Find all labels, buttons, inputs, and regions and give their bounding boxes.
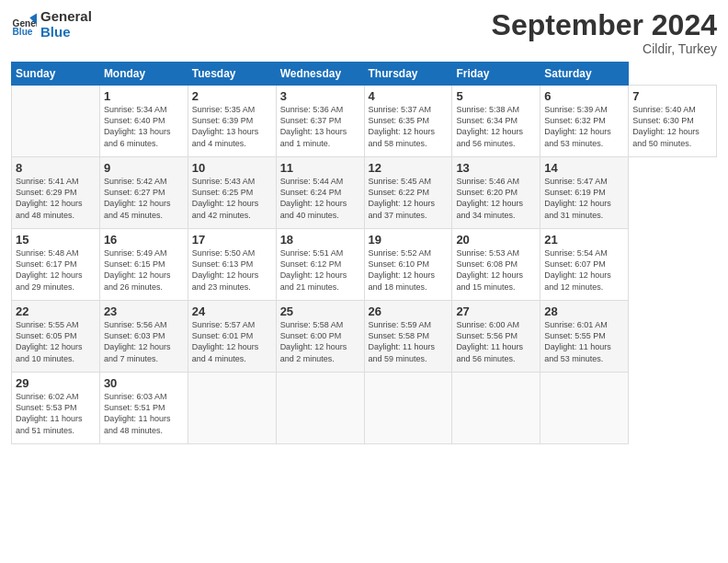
calendar-cell: 21Sunrise: 5:54 AM Sunset: 6:07 PM Dayli… — [540, 229, 629, 301]
day-number: 12 — [369, 161, 449, 175]
day-info: Sunrise: 5:41 AM Sunset: 6:29 PM Dayligh… — [16, 176, 96, 221]
calendar-cell — [540, 373, 629, 444]
calendar-cell: 1Sunrise: 5:34 AM Sunset: 6:40 PM Daylig… — [99, 86, 188, 157]
day-number: 24 — [192, 304, 272, 318]
day-number: 16 — [104, 233, 184, 247]
day-number: 18 — [280, 233, 360, 247]
calendar-cell: 10Sunrise: 5:43 AM Sunset: 6:25 PM Dayli… — [188, 157, 276, 229]
day-info: Sunrise: 5:42 AM Sunset: 6:27 PM Dayligh… — [104, 176, 184, 221]
day-info: Sunrise: 5:46 AM Sunset: 6:20 PM Dayligh… — [456, 176, 536, 221]
header-wednesday: Wednesday — [276, 63, 364, 86]
header-saturday: Saturday — [540, 63, 629, 86]
month-title: September 2024 — [492, 9, 717, 41]
day-info: Sunrise: 5:54 AM Sunset: 6:07 PM Dayligh… — [544, 247, 624, 293]
logo-blue: Blue — [40, 25, 92, 40]
day-number: 13 — [456, 161, 536, 175]
day-info: Sunrise: 5:49 AM Sunset: 6:15 PM Dayligh… — [104, 247, 184, 293]
day-info: Sunrise: 5:56 AM Sunset: 6:03 PM Dayligh… — [104, 319, 184, 364]
day-number: 1 — [104, 89, 184, 103]
header-thursday: Thursday — [364, 63, 452, 86]
day-info: Sunrise: 5:50 AM Sunset: 6:13 PM Dayligh… — [192, 247, 272, 293]
day-number: 8 — [16, 161, 96, 175]
calendar-week-4: 22Sunrise: 5:55 AM Sunset: 6:05 PM Dayli… — [12, 301, 717, 373]
day-info: Sunrise: 5:43 AM Sunset: 6:25 PM Dayligh… — [192, 176, 272, 221]
header-friday: Friday — [452, 63, 540, 86]
day-number: 17 — [192, 233, 272, 247]
location-subtitle: Cildir, Turkey — [492, 41, 717, 56]
calendar-cell — [364, 373, 452, 444]
calendar-cell: 19Sunrise: 5:52 AM Sunset: 6:10 PM Dayli… — [364, 229, 452, 301]
day-number: 5 — [456, 89, 536, 103]
calendar-cell: 27Sunrise: 6:00 AM Sunset: 5:56 PM Dayli… — [452, 301, 540, 373]
header-row: General Blue General Blue September 2024… — [11, 9, 717, 56]
calendar-cell — [188, 373, 276, 444]
day-number: 20 — [456, 233, 536, 247]
calendar-cell: 17Sunrise: 5:50 AM Sunset: 6:13 PM Dayli… — [188, 229, 276, 301]
calendar-cell: 25Sunrise: 5:58 AM Sunset: 6:00 PM Dayli… — [276, 301, 364, 373]
calendar-week-2: 8Sunrise: 5:41 AM Sunset: 6:29 PM Daylig… — [12, 157, 717, 229]
day-number: 15 — [16, 233, 96, 247]
calendar-cell: 16Sunrise: 5:49 AM Sunset: 6:15 PM Dayli… — [99, 229, 188, 301]
day-info: Sunrise: 5:59 AM Sunset: 5:58 PM Dayligh… — [369, 319, 449, 364]
day-info: Sunrise: 6:03 AM Sunset: 5:51 PM Dayligh… — [104, 391, 184, 436]
calendar-cell: 6Sunrise: 5:39 AM Sunset: 6:32 PM Daylig… — [540, 86, 629, 157]
calendar-cell: 30Sunrise: 6:03 AM Sunset: 5:51 PM Dayli… — [99, 373, 188, 444]
calendar-header-row: SundayMondayTuesdayWednesdayThursdayFrid… — [12, 63, 717, 86]
calendar-cell: 4Sunrise: 5:37 AM Sunset: 6:35 PM Daylig… — [364, 86, 452, 157]
day-info: Sunrise: 6:01 AM Sunset: 5:55 PM Dayligh… — [544, 319, 624, 364]
page-container: General Blue General Blue September 2024… — [0, 0, 728, 452]
day-info: Sunrise: 5:47 AM Sunset: 6:19 PM Dayligh… — [544, 176, 624, 221]
header-monday: Monday — [99, 63, 188, 86]
calendar-week-5: 29Sunrise: 6:02 AM Sunset: 5:53 PM Dayli… — [12, 373, 717, 444]
calendar-cell: 3Sunrise: 5:36 AM Sunset: 6:37 PM Daylig… — [276, 86, 364, 157]
day-info: Sunrise: 5:40 AM Sunset: 6:30 PM Dayligh… — [632, 104, 712, 149]
day-number: 27 — [456, 304, 536, 318]
title-block: September 2024 Cildir, Turkey — [492, 9, 717, 56]
day-number: 26 — [369, 304, 449, 318]
day-info: Sunrise: 5:48 AM Sunset: 6:17 PM Dayligh… — [16, 247, 96, 293]
calendar-cell: 12Sunrise: 5:45 AM Sunset: 6:22 PM Dayli… — [364, 157, 452, 229]
day-number: 14 — [544, 161, 624, 175]
day-info: Sunrise: 5:44 AM Sunset: 6:24 PM Dayligh… — [280, 176, 360, 221]
day-info: Sunrise: 6:02 AM Sunset: 5:53 PM Dayligh… — [16, 391, 96, 436]
logo-general: General — [40, 9, 92, 25]
calendar-cell: 28Sunrise: 6:01 AM Sunset: 5:55 PM Dayli… — [540, 301, 629, 373]
day-number: 28 — [544, 304, 624, 318]
day-info: Sunrise: 5:45 AM Sunset: 6:22 PM Dayligh… — [369, 176, 449, 221]
day-info: Sunrise: 5:38 AM Sunset: 6:34 PM Dayligh… — [456, 104, 536, 149]
day-number: 21 — [544, 233, 624, 247]
calendar-cell — [12, 86, 100, 157]
calendar-cell: 15Sunrise: 5:48 AM Sunset: 6:17 PM Dayli… — [12, 229, 100, 301]
day-info: Sunrise: 5:58 AM Sunset: 6:00 PM Dayligh… — [280, 319, 360, 364]
day-number: 4 — [369, 89, 449, 103]
day-info: Sunrise: 5:51 AM Sunset: 6:12 PM Dayligh… — [280, 247, 360, 293]
day-number: 2 — [192, 89, 272, 103]
calendar-cell: 8Sunrise: 5:41 AM Sunset: 6:29 PM Daylig… — [12, 157, 100, 229]
day-info: Sunrise: 5:52 AM Sunset: 6:10 PM Dayligh… — [369, 247, 449, 293]
day-info: Sunrise: 5:57 AM Sunset: 6:01 PM Dayligh… — [192, 319, 272, 364]
calendar-cell: 5Sunrise: 5:38 AM Sunset: 6:34 PM Daylig… — [452, 86, 540, 157]
day-number: 6 — [544, 89, 624, 103]
day-number: 19 — [369, 233, 449, 247]
calendar-cell: 18Sunrise: 5:51 AM Sunset: 6:12 PM Dayli… — [276, 229, 364, 301]
calendar-cell: 26Sunrise: 5:59 AM Sunset: 5:58 PM Dayli… — [364, 301, 452, 373]
day-number: 9 — [104, 161, 184, 175]
calendar-cell — [452, 373, 540, 444]
day-info: Sunrise: 6:00 AM Sunset: 5:56 PM Dayligh… — [456, 319, 536, 364]
day-number: 29 — [16, 376, 96, 390]
day-info: Sunrise: 5:34 AM Sunset: 6:40 PM Dayligh… — [104, 104, 184, 149]
calendar-table: SundayMondayTuesdayWednesdayThursdayFrid… — [11, 62, 717, 444]
calendar-cell: 7Sunrise: 5:40 AM Sunset: 6:30 PM Daylig… — [629, 86, 717, 157]
header-sunday: Sunday — [12, 63, 100, 86]
calendar-cell: 29Sunrise: 6:02 AM Sunset: 5:53 PM Dayli… — [12, 373, 100, 444]
day-number: 23 — [104, 304, 184, 318]
calendar-week-3: 15Sunrise: 5:48 AM Sunset: 6:17 PM Dayli… — [12, 229, 717, 301]
day-number: 11 — [280, 161, 360, 175]
calendar-cell: 14Sunrise: 5:47 AM Sunset: 6:19 PM Dayli… — [540, 157, 629, 229]
day-number: 10 — [192, 161, 272, 175]
svg-text:Blue: Blue — [13, 26, 33, 36]
calendar-week-1: 1Sunrise: 5:34 AM Sunset: 6:40 PM Daylig… — [12, 86, 717, 157]
day-info: Sunrise: 5:36 AM Sunset: 6:37 PM Dayligh… — [280, 104, 360, 149]
logo: General Blue General Blue — [11, 9, 92, 40]
calendar-cell: 9Sunrise: 5:42 AM Sunset: 6:27 PM Daylig… — [99, 157, 188, 229]
